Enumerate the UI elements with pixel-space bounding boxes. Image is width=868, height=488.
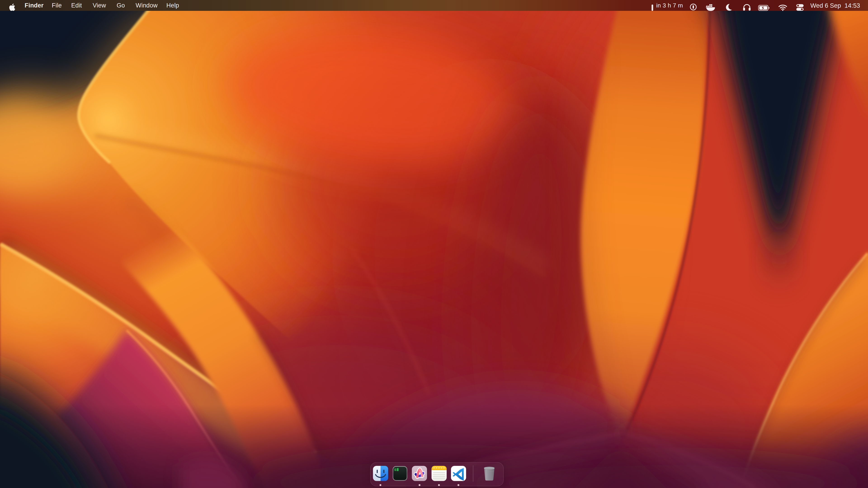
svg-text:$: $ xyxy=(394,468,396,472)
